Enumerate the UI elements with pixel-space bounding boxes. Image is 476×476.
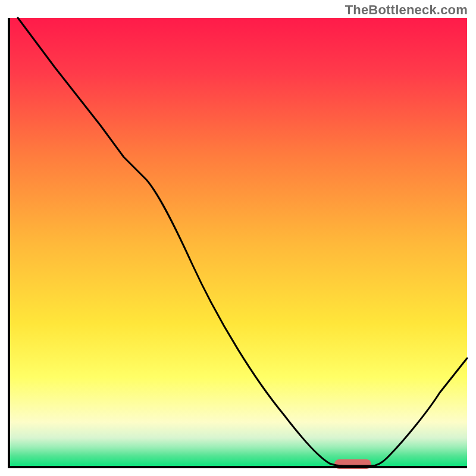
chart-svg (0, 0, 476, 476)
watermark-text: TheBottleneck.com (345, 2, 468, 18)
plot-background (9, 18, 467, 467)
chart-container: TheBottleneck.com (0, 0, 476, 476)
plot-area (9, 18, 467, 469)
